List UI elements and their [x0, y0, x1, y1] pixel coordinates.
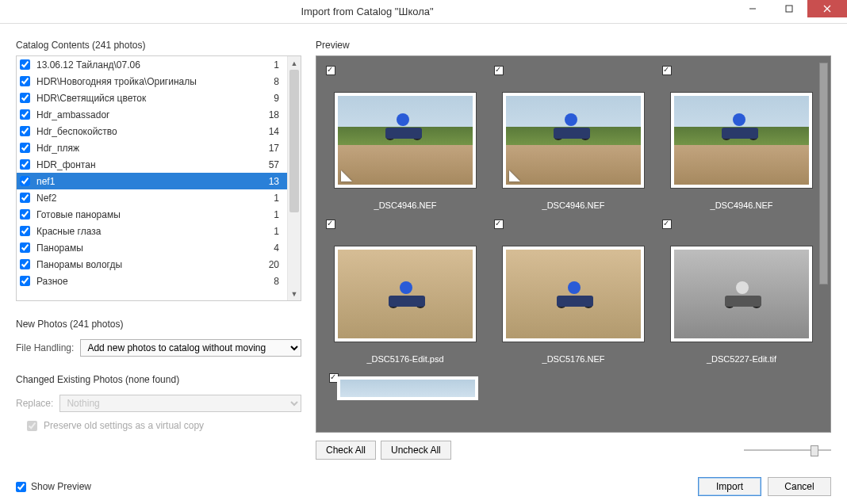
catalog-row-name: HDR\Светящийся цветок [36, 93, 260, 104]
preview-scrollbar[interactable] [817, 56, 830, 432]
catalog-row-checkbox[interactable] [20, 143, 30, 153]
catalog-row-name: nef1 [36, 176, 260, 187]
catalog-row-count: 1 [260, 226, 282, 237]
catalog-row[interactable]: Красные глаза1 [17, 223, 287, 239]
catalog-row-name: 13.06.12 Тайланд\07.06 [36, 59, 260, 71]
window-title: Import from Catalog "Школа" [0, 6, 734, 17]
catalog-row[interactable]: Готовые панорамы1 [17, 206, 287, 223]
thumbnail-caption: _DSC4946.NEF [374, 200, 437, 210]
thumbnail-caption: _DSC5176.NEF [542, 354, 605, 364]
thumb-checkbox[interactable] [662, 220, 672, 229]
close-button[interactable] [807, 0, 847, 17]
catalog-row-checkbox[interactable] [20, 209, 30, 220]
thumbnail-image[interactable] [671, 246, 812, 342]
thumbnail-image[interactable] [335, 93, 476, 188]
thumbnail-cell[interactable]: _DSC5176-Edit.psd [323, 216, 488, 367]
catalog-row-name: Nef2 [36, 193, 260, 204]
new-photos-heading: New Photos (241 photos) [16, 319, 301, 330]
thumb-checkbox[interactable] [326, 66, 335, 75]
import-button[interactable]: Import [698, 477, 761, 496]
thumbnail-image[interactable] [503, 93, 644, 188]
catalog-row-checkbox[interactable] [20, 126, 30, 136]
dogear-icon [341, 170, 352, 181]
show-preview-checkbox[interactable] [16, 482, 26, 492]
thumbnail-image[interactable] [671, 93, 812, 188]
catalog-row[interactable]: Панорамы вологды20 [17, 256, 287, 273]
catalog-row-count: 1 [260, 193, 282, 204]
catalog-row-checkbox[interactable] [20, 109, 30, 120]
catalog-row-checkbox[interactable] [20, 176, 30, 186]
catalog-row[interactable]: HDR\Новогодняя тройка\Оригиналы8 [17, 73, 287, 90]
catalog-row[interactable]: Hdr_ambassador18 [17, 106, 287, 123]
catalog-row-count: 8 [260, 76, 282, 87]
catalog-row[interactable]: Hdr_пляж17 [17, 139, 287, 156]
thumbnail-caption: _DSC4946.NEF [711, 200, 773, 210]
catalog-row-name: HDR_фонтан [36, 159, 260, 170]
catalog-row-count: 13 [260, 176, 282, 187]
thumbnail-cell[interactable]: _DSC5227-Edit.tif [659, 216, 824, 367]
catalog-row[interactable]: Nef21 [17, 189, 287, 206]
catalog-row-checkbox[interactable] [20, 159, 30, 170]
preserve-label: Preserve old settings as a virtual copy [44, 420, 204, 431]
show-preview-checkbox-wrap[interactable]: Show Preview [16, 481, 91, 492]
thumbnail-image[interactable] [503, 246, 644, 342]
catalog-row-name: HDR\Новогодняя тройка\Оригиналы [36, 76, 260, 87]
uncheck-all-button[interactable]: Uncheck All [381, 441, 451, 460]
replace-select: Nothing [59, 395, 301, 412]
catalog-row-checkbox[interactable] [20, 93, 30, 103]
thumbnail-cell[interactable]: _DSC4946.NEF [659, 63, 824, 213]
catalog-row-checkbox[interactable] [20, 276, 30, 286]
catalog-row-count: 1 [260, 209, 282, 220]
catalog-row[interactable]: Панорамы4 [17, 239, 287, 256]
catalog-row[interactable]: Разное8 [17, 273, 287, 289]
scrollbar-thumb[interactable] [289, 70, 299, 212]
preserve-checkbox [27, 421, 37, 431]
catalog-row-count: 17 [260, 143, 282, 154]
scroll-down-icon[interactable]: ▼ [288, 287, 301, 300]
thumbnail-image[interactable] [335, 246, 476, 342]
thumbnail-cell[interactable]: _DSC4946.NEF [491, 63, 656, 213]
thumb-checkbox[interactable] [326, 220, 335, 229]
catalog-row-name: Hdr_ambassador [36, 109, 260, 120]
catalog-row[interactable]: nef113 [17, 173, 287, 189]
catalog-row-count: 9 [260, 93, 282, 104]
catalog-row-count: 57 [260, 159, 282, 170]
catalog-row-name: Hdr_пляж [36, 143, 260, 154]
catalog-row[interactable]: 13.06.12 Тайланд\07.061 [17, 56, 287, 73]
file-handling-select[interactable]: Add new photos to catalog without moving [80, 339, 301, 357]
replace-label: Replace: [16, 398, 53, 409]
preview-scrollbar-thumb[interactable] [819, 63, 828, 284]
minimize-button[interactable] [734, 0, 771, 17]
catalog-row-checkbox[interactable] [20, 242, 30, 253]
catalog-scrollbar[interactable]: ▲ ▼ [287, 56, 301, 300]
thumb-checkbox[interactable] [494, 66, 504, 75]
thumb-checkbox[interactable] [662, 66, 672, 75]
thumbnail-size-slider[interactable] [744, 443, 831, 457]
catalog-row-count: 20 [260, 259, 282, 270]
scroll-up-icon[interactable]: ▲ [288, 56, 301, 70]
catalog-list: 13.06.12 Тайланд\07.061HDR\Новогодняя тр… [16, 55, 301, 301]
catalog-row-count: 8 [260, 276, 282, 287]
cancel-button[interactable]: Cancel [768, 477, 831, 496]
maximize-button[interactable] [771, 0, 807, 17]
catalog-row-name: Готовые панорамы [36, 209, 260, 220]
thumb-checkbox[interactable] [494, 220, 504, 229]
changed-photos-heading: Changed Existing Photos (none found) [16, 374, 301, 385]
catalog-row[interactable]: Hdr_беспокойство14 [17, 123, 287, 139]
catalog-row[interactable]: HDR_фонтан57 [17, 156, 287, 173]
thumbnail-cell[interactable]: _DSC4946.NEF [323, 63, 488, 213]
preview-area: _DSC4946.NEF_DSC4946.NEF_DSC4946.NEF_DSC… [316, 55, 831, 433]
catalog-row[interactable]: HDR\Светящийся цветок9 [17, 90, 287, 106]
check-all-button[interactable]: Check All [316, 441, 376, 460]
catalog-contents-heading: Catalog Contents (241 photos) [16, 40, 301, 51]
catalog-row-checkbox[interactable] [20, 259, 30, 269]
catalog-row-name: Панорамы [36, 242, 260, 254]
catalog-row-checkbox[interactable] [20, 193, 30, 203]
thumbnail-partial[interactable] [337, 376, 478, 400]
thumbnail-cell[interactable]: _DSC5176.NEF [491, 216, 656, 367]
dogear-icon [509, 170, 520, 181]
catalog-row-checkbox[interactable] [20, 59, 30, 70]
catalog-row-checkbox[interactable] [20, 226, 30, 236]
catalog-row-checkbox[interactable] [20, 76, 30, 86]
catalog-row-name: Разное [36, 276, 260, 287]
